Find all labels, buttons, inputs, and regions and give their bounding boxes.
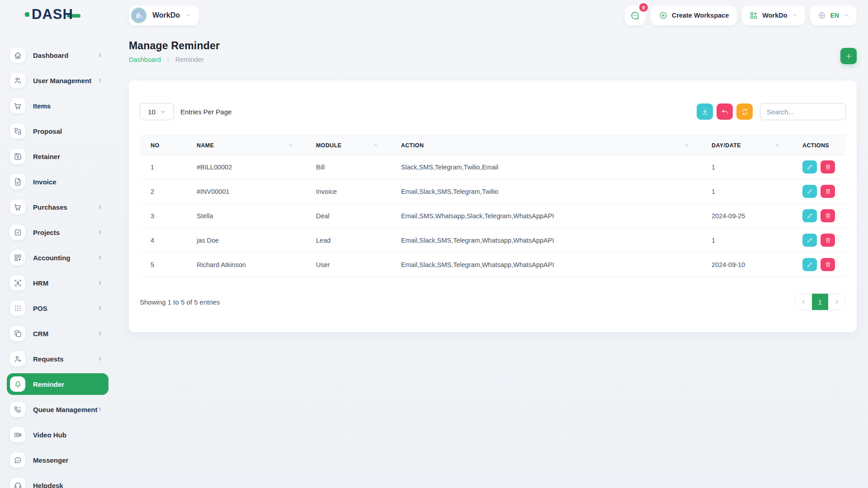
edit-button[interactable] [802, 160, 817, 174]
sidebar-item-invoice[interactable]: Invoice [7, 169, 108, 194]
table-row: 5 Richard Atkinson User Email,Slack,SMS,… [140, 253, 846, 277]
app-switcher-label: WorkDo [762, 12, 787, 19]
pagination-prev-button[interactable] [795, 294, 812, 310]
sidebar-item-label: Dashboard [33, 52, 68, 59]
logo-dot [25, 12, 29, 17]
column-header-day-date[interactable]: DAY/DATE [701, 136, 792, 155]
user-scan-icon [14, 279, 22, 287]
trash-icon [825, 261, 831, 268]
search-input[interactable] [760, 103, 846, 120]
edit-button[interactable] [802, 185, 817, 198]
cell-action: Email,Slack,SMS,Telegram,Twilio [390, 179, 701, 204]
cell-no: 1 [140, 155, 186, 179]
message-icon [14, 456, 22, 465]
table-row: 3 Stella Deal Email,SMS,Whatsapp,Slack,T… [140, 204, 846, 228]
language-code: EN [830, 12, 839, 19]
edit-button[interactable] [802, 258, 817, 271]
cell-action: Slack,SMS,Telegram,Twilio,Email [390, 155, 701, 179]
sidebar-item-reminder[interactable]: Reminder [7, 373, 108, 395]
pagination-page-1[interactable]: 1 [812, 294, 828, 310]
sidebar-item-items[interactable]: Items [7, 93, 108, 118]
workspace-selector[interactable]: WorkDo [129, 5, 199, 25]
sidebar-item-crm[interactable]: CRM [7, 321, 108, 346]
sidebar-item-label: Invoice [33, 178, 57, 186]
chevron-right-icon [97, 52, 103, 58]
language-selector[interactable]: EN [810, 5, 857, 25]
apps-grid-icon [749, 11, 758, 20]
trash-icon [825, 212, 831, 219]
sidebar-item-video-hub[interactable]: Video Hub [7, 422, 108, 447]
cell-action: Email,Slack,SMS,Telegram,Whatsapp,WhatsA… [390, 253, 701, 277]
delete-button[interactable] [821, 234, 835, 247]
breadcrumb: Dashboard Reminder [129, 56, 857, 63]
edit-button[interactable] [802, 234, 817, 247]
delete-button[interactable] [821, 209, 835, 222]
home-icon [14, 51, 22, 60]
chat-bubble-icon [630, 10, 640, 21]
sidebar-item-helpdesk[interactable]: Helpdesk [7, 473, 108, 488]
pagination-next-button[interactable] [828, 294, 845, 310]
refresh-button[interactable] [736, 103, 753, 120]
breadcrumb-dashboard-link[interactable]: Dashboard [129, 56, 161, 63]
sidebar-item-retainer[interactable]: Retainer [7, 144, 108, 169]
topbar-actions: 0 Create Workspace WorkDo EN [625, 5, 857, 25]
pencil-icon [807, 261, 813, 268]
sidebar-item-label: Video Hub [33, 431, 66, 439]
table-row: 4 jas Doe Lead Email,Slack,SMS,Telegram,… [140, 228, 846, 253]
users-icon [14, 76, 22, 85]
column-header-no: NO [140, 136, 186, 155]
breadcrumb-current: Reminder [175, 56, 204, 63]
dots-grid-icon [14, 304, 22, 313]
sidebar-item-proposal[interactable]: Proposal [7, 118, 108, 144]
globe-icon [817, 11, 826, 20]
sidebar-item-messenger[interactable]: Messenger [7, 447, 108, 473]
entries-per-page-select[interactable]: 10 [140, 103, 174, 120]
add-reminder-button[interactable] [840, 48, 857, 64]
column-header-action[interactable]: ACTION [390, 136, 701, 155]
chevron-right-icon [97, 254, 103, 261]
dash-logo[interactable]: DASH [25, 7, 80, 21]
column-header-module[interactable]: MODULE [305, 136, 390, 155]
delete-button[interactable] [821, 160, 835, 174]
undo-button[interactable] [717, 103, 733, 120]
chevron-right-icon [97, 280, 103, 286]
chevron-left-icon [800, 299, 807, 305]
user-plus-icon [14, 355, 22, 363]
table-header-row: NO NAME MODULE ACTION DAY/DATE ACTIONS [140, 136, 846, 155]
sidebar-item-requests[interactable]: Requests [7, 346, 108, 371]
column-header-name[interactable]: NAME [186, 136, 305, 155]
sidebar-item-user-management[interactable]: User Management [7, 68, 108, 93]
download-icon [701, 108, 709, 116]
sidebar-item-projects[interactable]: Projects [7, 220, 108, 245]
cell-name: Richard Atkinson [186, 253, 305, 277]
create-workspace-button[interactable]: Create Workspace [651, 5, 737, 25]
sidebar-item-queue-management[interactable]: Queue Management [7, 397, 108, 422]
cell-day-date: 2024-09-10 [701, 253, 792, 277]
sort-icon [373, 142, 379, 148]
chevron-right-icon [97, 356, 103, 362]
sidebar-item-label: CRM [33, 330, 48, 338]
cell-name: #BILL00002 [186, 155, 305, 179]
sidebar-item-hrm[interactable]: HRM [7, 270, 108, 296]
app-switcher[interactable]: WorkDo [742, 5, 805, 25]
sidebar-item-pos[interactable]: POS [7, 296, 108, 321]
sidebar-item-purchases[interactable]: Purchases [7, 194, 108, 220]
cell-day-date: 1 [701, 179, 792, 204]
cell-action: Email,Slack,SMS,Telegram,Whatsapp,WhatsA… [390, 228, 701, 253]
sidebar-item-accounting[interactable]: Accounting [7, 245, 108, 270]
cell-action: Email,SMS,Whatsapp,Slack,Telegram,WhatsA… [390, 204, 701, 228]
topbar: DASH WorkDo 0 Create Workspace WorkDo EN [0, 0, 868, 28]
cell-name: Stella [186, 204, 305, 228]
workspace-avatar [131, 7, 147, 23]
export-button[interactable] [697, 103, 713, 120]
edit-button[interactable] [802, 209, 817, 222]
sidebar-item-label: Reminder [33, 380, 64, 388]
messages-button[interactable]: 0 [625, 5, 646, 25]
table-row: 1 #BILL00002 Bill Slack,SMS,Telegram,Twi… [140, 155, 846, 179]
delete-button[interactable] [821, 258, 835, 271]
pencil-icon [807, 237, 813, 244]
chevron-right-icon [97, 229, 103, 235]
sidebar-item-dashboard[interactable]: Dashboard [7, 42, 108, 68]
sidebar-item-label: User Management [33, 77, 91, 84]
delete-button[interactable] [821, 185, 835, 198]
